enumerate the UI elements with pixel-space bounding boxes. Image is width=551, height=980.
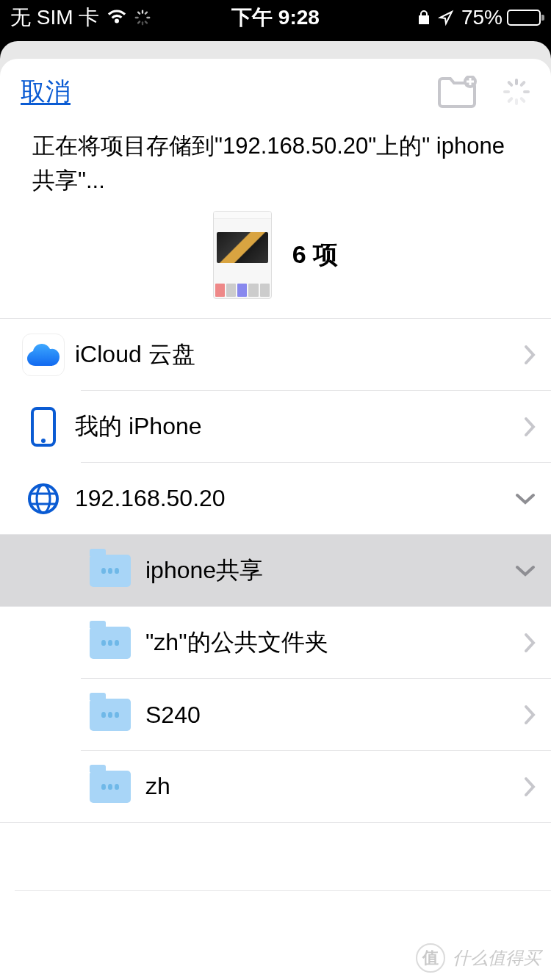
svg-rect-1 [142, 21, 143, 25]
watermark-text: 什么值得买 [453, 946, 541, 970]
svg-rect-6 [145, 11, 148, 15]
chevron-down-icon [514, 564, 536, 577]
location-label: 192.168.50.20 [69, 485, 514, 512]
location-server[interactable]: 192.168.50.20 [0, 463, 551, 535]
save-sheet: 取消 正在将项目存储到"192.168.50.20"上的" iphone共享".… [0, 59, 551, 980]
location-label: iCloud 云盘 [69, 339, 523, 371]
watermark: 值 什么值得买 [416, 943, 541, 973]
location-s240[interactable]: S240 [0, 679, 551, 751]
location-zh[interactable]: zh [0, 751, 551, 823]
svg-rect-13 [507, 80, 514, 87]
location-label: zh [140, 773, 523, 800]
new-folder-icon[interactable] [436, 76, 478, 108]
item-count: 6 项 [292, 238, 338, 272]
svg-rect-16 [507, 96, 514, 103]
chevron-right-icon [523, 776, 536, 798]
svg-rect-11 [503, 90, 510, 93]
status-message: 正在将项目存储到"192.168.50.20"上的" iphone共享"... [0, 116, 551, 203]
chevron-right-icon [523, 632, 536, 654]
folder-icon [90, 555, 131, 587]
cancel-button[interactable]: 取消 [21, 75, 71, 109]
watermark-badge: 值 [416, 943, 445, 973]
chevron-right-icon [523, 344, 536, 366]
chevron-down-icon [514, 492, 536, 505]
folder-icon [90, 771, 131, 803]
locations-list: iCloud 云盘 我的 iPhone [0, 318, 551, 891]
location-label: 我的 iPhone [69, 411, 523, 443]
svg-point-18 [41, 439, 46, 443]
svg-rect-10 [515, 98, 518, 105]
svg-point-19 [29, 485, 57, 513]
location-label: "zh"的公共文件夹 [140, 627, 523, 659]
svg-rect-15 [519, 80, 526, 87]
item-summary: 6 项 [0, 203, 551, 318]
folder-icon [90, 699, 131, 731]
svg-rect-0 [142, 10, 143, 14]
iphone-icon [30, 407, 57, 447]
battery-percent: 75% [461, 6, 503, 29]
loading-spinner-icon [503, 78, 530, 106]
divider [15, 890, 551, 891]
clock: 下午 9:28 [231, 4, 320, 32]
sim-status: 无 SIM 卡 [10, 4, 99, 32]
folder-icon [90, 627, 131, 659]
thumbnail-icon [213, 211, 272, 299]
globe-icon [26, 482, 60, 516]
svg-rect-5 [145, 21, 148, 24]
location-label: S240 [140, 702, 523, 729]
location-zh-public[interactable]: "zh"的公共文件夹 [0, 607, 551, 679]
svg-rect-2 [135, 17, 139, 18]
location-myiphone[interactable]: 我的 iPhone [0, 391, 551, 463]
svg-rect-4 [137, 11, 141, 15]
chevron-right-icon [523, 416, 536, 438]
chevron-right-icon [523, 704, 536, 726]
wifi-icon [107, 10, 127, 26]
icloud-icon [22, 334, 65, 376]
battery-icon [507, 10, 541, 26]
svg-rect-3 [147, 17, 151, 18]
location-icon [438, 10, 454, 26]
svg-rect-7 [137, 21, 141, 24]
location-icloud[interactable]: iCloud 云盘 [0, 319, 551, 391]
svg-rect-14 [519, 96, 526, 103]
svg-rect-9 [515, 79, 518, 85]
location-label: iphone共享 [140, 555, 514, 587]
svg-rect-12 [523, 90, 530, 93]
lock-icon [417, 10, 431, 26]
svg-point-20 [37, 485, 50, 513]
loading-small-icon [134, 10, 151, 26]
location-iphone-share[interactable]: iphone共享 [0, 535, 551, 607]
status-bar: 无 SIM 卡 下午 9:28 75% [0, 0, 551, 35]
